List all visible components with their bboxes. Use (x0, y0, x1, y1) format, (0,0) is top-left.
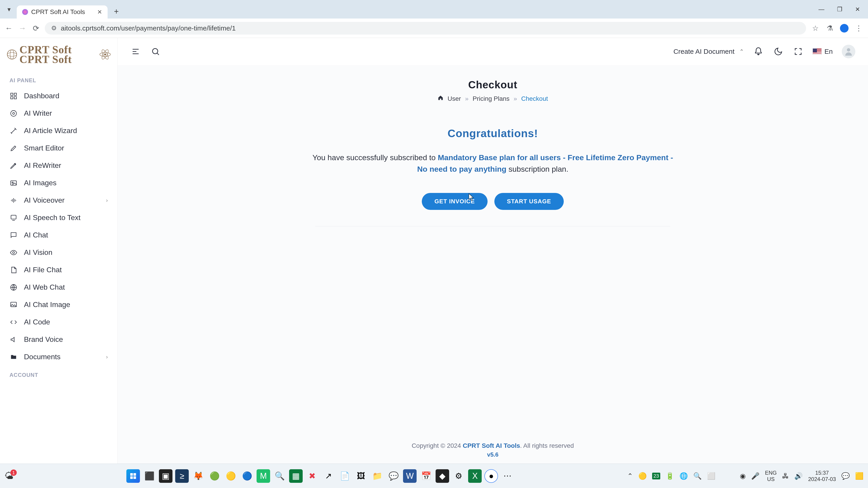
taskbar-app-icon[interactable]: 🟢 (208, 469, 221, 483)
taskbar-app-icon[interactable]: X (468, 469, 482, 483)
tray-icon[interactable]: 23 (652, 473, 660, 480)
taskbar-app-icon[interactable]: 🔍 (273, 469, 286, 483)
sidebar-item-ai-article-wizard[interactable]: AI Article Wizard (0, 122, 117, 139)
svg-rect-7 (11, 93, 13, 95)
sidebar-item-ai-speech-to-text[interactable]: AI Speech to Text (0, 209, 117, 226)
taskbar-app-icon[interactable]: W (403, 469, 416, 483)
taskbar-app-icon[interactable]: ◆ (436, 469, 449, 483)
window-close-button[interactable]: ✕ (848, 2, 867, 16)
notifications-button[interactable] (753, 46, 764, 57)
sidebar-item-ai-chat[interactable]: AI Chat (0, 226, 117, 244)
taskbar-app-icon[interactable]: 🦊 (191, 469, 205, 483)
taskbar-app-icon[interactable]: 💬 (387, 469, 400, 483)
tray-mic-icon[interactable]: 🎤 (751, 472, 760, 480)
sidebar-item-ai-images[interactable]: AI Images (0, 174, 117, 192)
tray-steam-icon[interactable]: ◉ (740, 472, 746, 480)
taskbar-app-icon[interactable]: ⬛ (143, 469, 156, 483)
tray-volume-icon[interactable]: 🔊 (794, 472, 803, 480)
new-tab-button[interactable]: + (114, 7, 119, 16)
breadcrumb-pricing-plans[interactable]: Pricing Plans (473, 95, 509, 102)
browser-tab[interactable]: CPRT Soft AI Tools ✕ (17, 5, 107, 19)
sidebar-item-ai-code[interactable]: AI Code (0, 313, 117, 331)
tray-icon[interactable]: 🔍 (693, 472, 702, 480)
svg-point-3 (104, 54, 106, 56)
get-invoice-button[interactable]: GET INVOICE (422, 193, 488, 210)
taskbar-app-icon[interactable]: 📁 (370, 469, 384, 483)
taskbar-app-icon[interactable]: ▣ (159, 469, 173, 483)
start-usage-button[interactable]: START USAGE (494, 193, 564, 210)
taskbar-app-icon[interactable]: ⚙ (452, 469, 465, 483)
sidebar-toggle-button[interactable] (130, 46, 141, 57)
tab-favicon (22, 9, 28, 15)
labs-icon[interactable]: ⚗ (825, 23, 835, 33)
nav-forward-button[interactable]: → (18, 24, 27, 33)
sidebar-item-ai-file-chat[interactable]: AI File Chat (0, 261, 117, 279)
sidebar-item-label: AI Chat Image (24, 300, 70, 309)
window-maximize-button[interactable]: ❐ (831, 2, 848, 16)
browser-menu-button[interactable]: ⋮ (854, 23, 864, 33)
taskbar-app-icon[interactable]: ↗ (322, 469, 335, 483)
tray-icon[interactable]: 🟨 (855, 472, 864, 480)
taskbar-overflow-button[interactable]: ⋯ (501, 469, 514, 483)
nav-back-button[interactable]: ← (4, 24, 13, 33)
sidebar-item-ai-web-chat[interactable]: AI Web Chat (0, 279, 117, 296)
taskbar-app-icon[interactable]: 🔵 (240, 469, 254, 483)
tab-search-button[interactable]: ▾ (4, 4, 14, 15)
flag-us-icon (813, 48, 822, 55)
sidebar-item-documents[interactable]: Documents› (0, 348, 117, 365)
sidebar-item-ai-voiceover[interactable]: AI Voiceover› (0, 192, 117, 209)
bookmark-star-icon[interactable]: ☆ (810, 23, 820, 33)
taskbar-app-icon[interactable]: 🖼 (354, 469, 368, 483)
sidebar-item-brand-voice[interactable]: Brand Voice (0, 331, 117, 348)
taskbar-weather[interactable]: 🌤 1 (4, 471, 13, 481)
app-logo[interactable]: CPRT Soft CPRT Soft (0, 45, 117, 71)
taskbar-app-icon[interactable]: 📅 (419, 469, 433, 483)
create-ai-document-link[interactable]: Create AI Document (673, 48, 735, 55)
theme-toggle-button[interactable] (773, 46, 784, 57)
rewriter-icon (9, 162, 18, 170)
breadcrumb-user[interactable]: User (447, 95, 461, 102)
taskbar-app-icon[interactable]: 🟡 (224, 469, 238, 483)
sidebar-item-label: Dashboard (24, 92, 59, 100)
site-info-icon[interactable]: ⚙ (51, 24, 57, 32)
tray-icon[interactable]: ⬜ (707, 472, 715, 480)
taskbar-app-icon[interactable]: 📄 (338, 469, 351, 483)
tray-language[interactable]: ENGUS (765, 470, 777, 482)
taskbar-app-icon[interactable]: ✖ (305, 469, 319, 483)
user-avatar[interactable] (842, 45, 855, 58)
writer-icon (9, 109, 18, 118)
window-minimize-button[interactable]: ― (812, 2, 831, 16)
tray-clock[interactable]: 15:372024-07-03 (808, 470, 836, 482)
nav-reload-button[interactable]: ⟳ (31, 24, 41, 33)
tray-notifications-icon[interactable]: 💬 (841, 472, 850, 480)
footer-brand-link[interactable]: CPRT Soft AI Tools (463, 442, 520, 449)
sidebar-item-dashboard[interactable]: Dashboard (0, 87, 117, 105)
sidebar-item-ai-rewriter[interactable]: AI ReWriter (0, 157, 117, 174)
profile-button[interactable] (839, 23, 849, 33)
taskbar-app-icon[interactable]: ≥ (175, 469, 189, 483)
tray-icon[interactable]: 🔋 (666, 472, 674, 480)
sidebar-item-ai-writer[interactable]: AI Writer (0, 105, 117, 122)
language-selector[interactable]: En (813, 48, 833, 55)
sidebar-item-label: AI File Chat (24, 266, 62, 274)
start-button[interactable] (126, 469, 140, 483)
sidebar-item-ai-vision[interactable]: AI Vision (0, 244, 117, 261)
app-topbar: Create AI Document ⌃ En (118, 38, 868, 65)
taskbar-chrome-icon[interactable]: ● (485, 469, 498, 483)
svg-point-0 (7, 50, 17, 59)
svg-point-19 (153, 48, 158, 54)
svg-rect-9 (11, 97, 13, 99)
tray-chevron-icon[interactable]: ⌃ (627, 472, 633, 480)
taskbar-app-icon[interactable]: M (256, 469, 270, 483)
tray-network-icon[interactable]: 🖧 (782, 472, 789, 480)
taskbar-app-icon[interactable]: ▦ (289, 469, 303, 483)
tray-icon[interactable]: 🟡 (638, 472, 647, 480)
search-button[interactable] (150, 46, 161, 57)
address-bar[interactable]: ⚙ aitools.cprtsoft.com/user/payments/pay… (45, 22, 806, 35)
fullscreen-button[interactable] (793, 46, 804, 57)
tab-close-icon[interactable]: ✕ (97, 8, 102, 15)
logo-text-reflection: CPRT Soft (20, 53, 72, 65)
tray-icon[interactable]: 🌐 (680, 472, 688, 480)
sidebar-item-ai-chat-image[interactable]: AI Chat Image (0, 296, 117, 313)
sidebar-item-smart-editor[interactable]: Smart Editor (0, 139, 117, 157)
